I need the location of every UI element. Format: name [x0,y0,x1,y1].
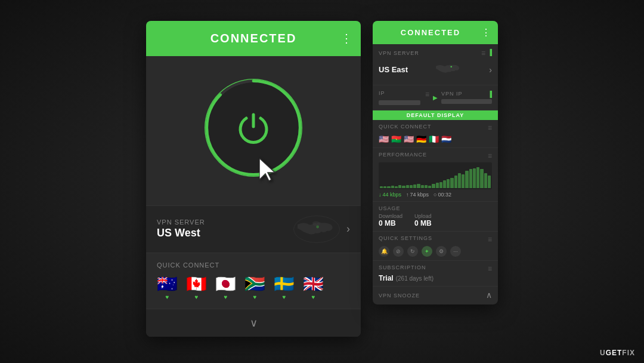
bar-8 [406,185,409,188]
ip-arrow-icon: ▶ [433,94,438,101]
ip-label: IP [379,90,385,99]
usage-row: Download 0 MB Upload 0 MB [379,213,492,227]
qs-block-icon[interactable]: ⊘ [393,246,404,257]
qc-flag-de[interactable]: 🇩🇪 [416,134,426,144]
power-section [146,56,361,205]
right-vpn-label: VPN SERVER [379,50,419,56]
flag-item-ca[interactable]: 🇨🇦 ♥ [186,276,207,300]
download-usage-label: Download [379,213,402,219]
qs-header: QUICK SETTINGS ≡ [379,235,492,244]
perf-hamburger: ≡ [488,152,492,160]
left-header: CONNECTED ⋮ [146,21,361,56]
ip-value-bar [379,100,420,105]
svg-point-4 [316,225,319,228]
vpn-ip-labels: VPN IP ▐ [441,91,492,97]
flag-se: 🇸🇪 [274,276,295,293]
sub-days: (261 days left) [396,275,434,282]
hamburger-icon: ≡ [481,49,485,57]
vpn-server-right: › [293,214,350,244]
vpn-server-section[interactable]: VPN SERVER US West › [146,205,361,253]
up-arrow-icon: ↑ [406,192,409,198]
world-map-container [293,214,340,244]
vpn-server-chevron: › [346,223,350,235]
bar-15 [432,184,435,187]
qs-bell-icon[interactable]: 🔔 [379,246,389,257]
bar-14 [428,186,431,187]
left-menu-icon[interactable]: ⋮ [340,31,352,45]
qs-leaf-icon[interactable]: ✦ [422,246,432,257]
upload-usage: Upload 0 MB [414,213,432,227]
upload-usage-label: Upload [414,213,432,219]
bar-27 [476,167,479,187]
qc-flag-us2[interactable]: 🇺🇸 [404,134,414,144]
qc-flag-bf[interactable]: 🇧🇫 [391,134,401,144]
brand-highlight: GET [606,349,623,357]
flag-gb: 🇬🇧 [303,276,324,293]
right-panel-desktop: CONNECTED ⋮ VPN SERVER ≡ ▐ US East [373,21,498,304]
bar-22 [458,173,461,188]
qc-flag-it[interactable]: 🇮🇹 [429,134,439,144]
ip-group: IP ≡ [379,90,429,105]
right-server-row: US East › [379,60,492,80]
quick-settings-section: QUICK SETTINGS ≡ 🔔 ⊘ ↻ ✦ ⚙ ··· [373,232,498,261]
bar-19 [447,179,450,188]
svg-point-1 [207,81,301,174]
time-value: 00:32 [438,192,452,198]
subscription-section: SUBSCRIPTION ≡ Trial (261 days left) [373,261,498,287]
qc-flags-row: 🇺🇸 🇧🇫 🇺🇸 🇩🇪 🇮🇹 🇳🇱 [379,134,492,144]
qc-hamburger: ≡ [488,124,492,132]
bar-2 [383,186,386,188]
qc-flag-us1[interactable]: 🇺🇸 [379,134,389,144]
clock-icon: ○ [434,192,436,198]
right-vpn-server[interactable]: VPN SERVER ≡ ▐ US East › [373,44,498,85]
right-map-svg [432,60,465,79]
usage-section: USAGE Download 0 MB Upload 0 MB [373,202,498,232]
bar-13 [425,185,428,187]
flag-jp: 🇯🇵 [215,276,236,293]
power-ring[interactable] [206,80,301,176]
chevron-down-icon: ∨ [250,316,258,330]
right-vpn-icons: ≡ ▐ [481,49,492,57]
quick-connect-label: QUICK CONNECT [157,262,350,269]
qs-label: QUICK SETTINGS [379,235,432,244]
flag-item-se[interactable]: 🇸🇪 ♥ [274,276,295,300]
ip-row-container: IP ≡ ▶ VPN IP ▐ [379,90,492,105]
default-display-bar: DEFAULT DISPLAY [373,110,498,120]
qs-more-icon[interactable]: ··· [450,246,461,257]
quick-connect-section: QUICK CONNECT 🇦🇺 ♥ 🇨🇦 ♥ 🇯🇵 ♥ 🇿🇦 ♥ [146,253,361,309]
heart-se: ♥ [283,294,286,300]
bar-16 [436,183,439,187]
performance-section: PERFORMANCE ≡ [373,148,498,202]
flag-item-za[interactable]: 🇿🇦 ♥ [244,276,265,300]
flag-ca: 🇨🇦 [186,276,207,293]
qs-gear-icon[interactable]: ⚙ [436,246,447,257]
heart-au: ♥ [166,294,169,300]
right-header: CONNECTED ⋮ [373,21,498,44]
flag-item-gb[interactable]: 🇬🇧 ♥ [303,276,324,300]
download-usage: Download 0 MB [379,213,402,227]
left-panel-mobile: CONNECTED ⋮ [146,21,361,337]
qc-header: QUICK CONNECT ≡ [379,124,492,132]
heart-za: ♥ [253,294,257,300]
snooze-label: VPN SNOOZE [379,293,420,299]
right-server-name: US East [379,65,408,74]
bar-26 [473,168,476,188]
bar-23 [462,174,465,188]
flag-item-jp[interactable]: 🇯🇵 ♥ [215,276,236,300]
qs-refresh-icon[interactable]: ↻ [407,246,418,257]
qc-flag-nl[interactable]: 🇳🇱 [441,134,451,144]
power-ring-svg [203,78,304,178]
vpn-ip-label: VPN IP [441,91,463,97]
bar-11 [417,184,420,188]
right-connected-title: CONNECTED [380,28,481,37]
vpn-ip-value-bar [441,99,492,104]
flag-item-au[interactable]: 🇦🇺 ♥ [157,276,178,300]
snooze-chevron-up[interactable]: ∧ [486,290,492,301]
left-bottom[interactable]: ∨ [146,309,361,337]
usage-header: USAGE [379,205,492,211]
right-menu-icon[interactable]: ⋮ [481,27,491,38]
bar-20 [450,178,453,187]
bar-17 [439,182,442,188]
sub-type: Trial [379,274,394,282]
heart-jp: ♥ [224,294,228,300]
